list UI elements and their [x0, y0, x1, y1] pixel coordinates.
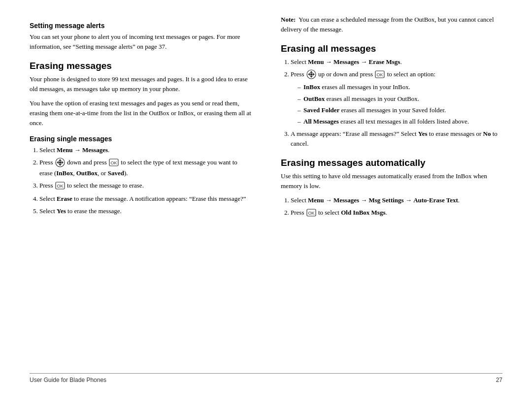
- svg-text:OK: OK: [111, 160, 117, 165]
- step-4: Select Erase to erase the message. A not…: [39, 194, 251, 204]
- erasing-messages-para2: You have the option of erasing text mess…: [30, 98, 251, 128]
- setting-alerts-heading: Setting message alerts: [30, 22, 251, 30]
- footer-right: 27: [496, 377, 502, 383]
- right-column: Note: You can erase a scheduled message …: [276, 15, 502, 363]
- svg-marker-11: [310, 71, 313, 73]
- svg-point-15: [310, 73, 312, 76]
- step-5: Select Yes to erase the message.: [39, 206, 251, 216]
- svg-text:OK: OK: [377, 72, 383, 77]
- erasing-auto-steps: Select Menu → Messages → Msg Settings → …: [281, 195, 502, 219]
- svg-marker-14: [313, 73, 315, 76]
- erasing-messages-heading: Erasing messages: [30, 61, 251, 71]
- svg-marker-1: [59, 159, 62, 161]
- all-step-2: Press up or down and press OK: [291, 69, 502, 127]
- erasing-single-steps: Select Menu → Messages. Press down and p…: [30, 145, 251, 217]
- svg-marker-13: [308, 73, 310, 76]
- ok-icon-2: OK: [55, 180, 66, 191]
- svg-marker-3: [57, 161, 59, 164]
- erasing-all-steps: Select Menu → Messages → Erase Msgs. Pre…: [281, 57, 502, 149]
- svg-marker-2: [59, 164, 62, 166]
- note-text: You can erase a scheduled message from t…: [281, 16, 494, 33]
- erasing-messages-para1: Your phone is designed to store 99 text …: [30, 74, 251, 94]
- nav-icon-right: [306, 69, 317, 80]
- ok-icon-auto: OK: [306, 207, 317, 218]
- erasing-all-heading: Erasing all messages: [281, 43, 502, 54]
- erasing-auto-heading: Erasing messages automatically: [281, 158, 502, 168]
- setting-alerts-para: You can set your phone to alert you of i…: [30, 32, 251, 52]
- options-list: InBox erases all messages in your InBox.…: [291, 82, 502, 127]
- option-saved: Saved Folder erases all messages in your…: [298, 105, 502, 115]
- svg-marker-12: [310, 76, 313, 78]
- option-inbox: InBox erases all messages in your InBox.: [298, 82, 502, 92]
- step-2: Press down and press OK: [39, 158, 251, 178]
- svg-marker-4: [62, 161, 64, 164]
- svg-text:OK: OK: [57, 184, 63, 189]
- svg-point-5: [59, 161, 61, 164]
- step-3: Press OK to select the message to erase.: [39, 181, 251, 191]
- footer-left: User Guide for Blade Phones: [30, 377, 106, 383]
- auto-step-1: Select Menu → Messages → Msg Settings → …: [291, 195, 502, 205]
- option-all: All Messages erases all text messages in…: [298, 117, 502, 127]
- step-1: Select Menu → Messages.: [39, 145, 251, 155]
- note-para: Note: You can erase a scheduled message …: [281, 15, 502, 34]
- svg-text:OK: OK: [308, 211, 314, 216]
- left-column: Setting message alerts You can set your …: [30, 15, 256, 363]
- footer: User Guide for Blade Phones 27: [30, 373, 502, 383]
- all-step-3: A message appears: “Erase all messages?”…: [291, 129, 502, 149]
- two-column-layout: Setting message alerts You can set your …: [30, 15, 502, 363]
- ok-icon: OK: [108, 157, 119, 168]
- erasing-auto-para: Use this setting to have old messages au…: [281, 171, 502, 191]
- nav-icon: [55, 157, 66, 168]
- auto-step-2: Press OK to select Old InBox Msgs.: [291, 208, 502, 219]
- option-outbox: OutBox erases all messages in your OutBo…: [298, 94, 502, 104]
- all-step-1: Select Menu → Messages → Erase Msgs.: [291, 57, 502, 67]
- ok-icon-right: OK: [374, 69, 385, 80]
- page: Setting message alerts You can set your …: [0, 0, 532, 413]
- erasing-single-heading: Erasing single messages: [30, 135, 251, 143]
